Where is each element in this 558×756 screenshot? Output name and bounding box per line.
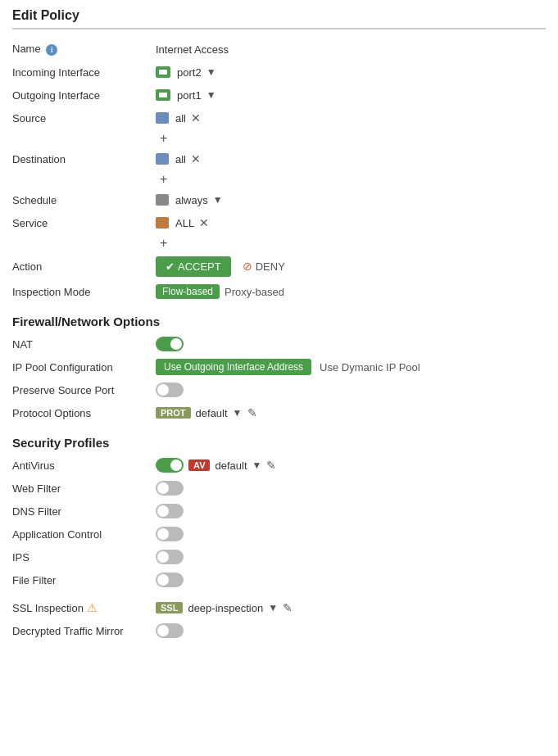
antivirus-dropdown[interactable]: ▼ <box>252 459 262 471</box>
dnsfilter-label: DNS Filter <box>12 505 156 518</box>
ssl-edit-icon[interactable]: ✎ <box>283 601 293 614</box>
protocol-label: Protocol Options <box>12 407 156 419</box>
incoming-interface-row: Incoming Interface port2 ▼ <box>12 61 546 84</box>
schedule-row: Schedule always ▼ <box>12 188 546 211</box>
decrypted-label: Decrypted Traffic Mirror <box>12 625 156 637</box>
ssl-row: SSL Inspection ⚠ SSL deep-inspection ▼ ✎ <box>12 596 546 619</box>
source-add-row: + <box>12 129 546 147</box>
accept-check-icon: ✔ <box>166 260 175 273</box>
name-value: Internet Access <box>156 43 546 56</box>
decrypted-toggle[interactable] <box>156 623 184 638</box>
protocol-value: default <box>196 407 228 419</box>
source-value: all <box>175 112 186 124</box>
filefilter-label: File Filter <box>12 574 156 586</box>
schedule-value: always <box>175 194 208 206</box>
filefilter-row: File Filter <box>12 568 546 591</box>
preserve-toggle[interactable] <box>156 383 184 397</box>
name-label: Name i <box>12 43 156 56</box>
inspection-label: Inspection Mode <box>12 286 156 298</box>
deny-icon: ⊘ <box>243 260 252 273</box>
ip-pool-active-button[interactable]: Use Outgoing Interface Address <box>156 359 311 375</box>
ips-label: IPS <box>12 551 156 564</box>
protocol-options-row: Protocol Options PROT default ▼ ✎ <box>12 401 546 424</box>
antivirus-edit-icon[interactable]: ✎ <box>266 459 276 472</box>
ips-row: IPS <box>12 545 546 568</box>
service-add-button[interactable]: + <box>160 236 167 251</box>
antivirus-label: AntiVirus <box>12 459 156 472</box>
schedule-dropdown[interactable]: ▼ <box>213 194 223 206</box>
deny-button[interactable]: ⊘ DENY <box>236 256 292 277</box>
page-title: Edit Policy <box>12 8 546 29</box>
destination-label: Destination <box>12 153 156 165</box>
dnsfilter-toggle[interactable] <box>156 504 184 518</box>
webfilter-row: Web Filter <box>12 477 546 500</box>
preserve-label: Preserve Source Port <box>12 384 156 396</box>
nat-toggle[interactable] <box>156 337 184 351</box>
source-icon <box>156 112 169 124</box>
source-remove[interactable]: ✕ <box>191 111 201 124</box>
incoming-label: Incoming Interface <box>12 66 156 79</box>
destination-remove[interactable]: ✕ <box>191 152 201 165</box>
service-remove[interactable]: ✕ <box>199 216 209 229</box>
webfilter-toggle[interactable] <box>156 481 184 496</box>
action-label: Action <box>12 260 156 273</box>
outgoing-dropdown[interactable]: ▼ <box>206 89 216 101</box>
service-value: ALL <box>175 217 194 229</box>
destination-icon <box>156 153 169 165</box>
protocol-badge: PROT <box>156 407 191 419</box>
destination-row: Destination all ✕ <box>12 147 546 170</box>
proxy-based-button[interactable]: Proxy-based <box>225 286 284 298</box>
incoming-dropdown[interactable]: ▼ <box>206 66 216 78</box>
ips-toggle[interactable] <box>156 550 184 564</box>
outgoing-interface-row: Outgoing Interface port1 ▼ <box>12 84 546 106</box>
antivirus-toggle[interactable] <box>156 458 184 473</box>
destination-value: all <box>175 153 186 165</box>
ssl-warning-icon: ⚠ <box>87 601 98 614</box>
outgoing-interface-icon <box>156 89 170 101</box>
ssl-label: SSL Inspection ⚠ <box>12 601 156 614</box>
destination-add-button[interactable]: + <box>160 172 167 187</box>
source-add-button[interactable]: + <box>160 131 167 146</box>
appcontrol-toggle[interactable] <box>156 527 184 541</box>
service-row: Service ALL ✕ <box>12 211 546 234</box>
source-row: Source all ✕ <box>12 106 546 129</box>
appcontrol-label: Application Control <box>12 528 156 541</box>
destination-add-row: + <box>12 170 546 188</box>
flow-based-button[interactable]: Flow-based <box>156 284 220 299</box>
outgoing-value: port1 <box>177 89 202 102</box>
ip-pool-row: IP Pool Configuration Use Outgoing Inter… <box>12 355 546 378</box>
antivirus-row: AntiVirus AV default ▼ ✎ <box>12 454 546 477</box>
schedule-icon <box>156 194 169 206</box>
action-row: Action ✔ ACCEPT ⊘ DENY <box>12 252 546 280</box>
service-add-row: + <box>12 234 546 252</box>
incoming-interface-icon <box>156 66 170 78</box>
firewall-section-title: Firewall/Network Options <box>12 311 546 328</box>
filefilter-toggle[interactable] <box>156 573 184 587</box>
info-icon[interactable]: i <box>46 44 57 56</box>
service-label: Service <box>12 217 156 229</box>
ip-pool-inactive-button[interactable]: Use Dymanic IP Pool <box>320 361 420 373</box>
antivirus-badge: AV <box>188 459 210 471</box>
nat-label: NAT <box>12 338 156 351</box>
incoming-value: port2 <box>177 66 202 79</box>
inspection-mode-row: Inspection Mode Flow-based Proxy-based <box>12 280 546 303</box>
decrypted-row: Decrypted Traffic Mirror <box>12 619 546 642</box>
protocol-edit-icon[interactable]: ✎ <box>247 406 257 419</box>
name-row: Name i Internet Access <box>12 38 546 61</box>
antivirus-value: default <box>215 459 247 472</box>
schedule-label: Schedule <box>12 194 156 206</box>
service-icon <box>156 217 169 229</box>
protocol-dropdown[interactable]: ▼ <box>233 407 243 419</box>
ssl-dropdown[interactable]: ▼ <box>268 602 278 613</box>
ssl-value: deep-inspection <box>188 602 263 614</box>
security-section-title: Security Profiles <box>12 432 546 450</box>
ssl-badge: SSL <box>156 602 183 613</box>
preserve-source-row: Preserve Source Port <box>12 378 546 401</box>
appcontrol-row: Application Control <box>12 523 546 545</box>
nat-row: NAT <box>12 333 546 355</box>
accept-button[interactable]: ✔ ACCEPT <box>156 256 231 277</box>
webfilter-label: Web Filter <box>12 482 156 495</box>
ip-pool-label: IP Pool Configuration <box>12 361 156 373</box>
outgoing-label: Outgoing Interface <box>12 89 156 102</box>
dnsfilter-row: DNS Filter <box>12 500 546 523</box>
